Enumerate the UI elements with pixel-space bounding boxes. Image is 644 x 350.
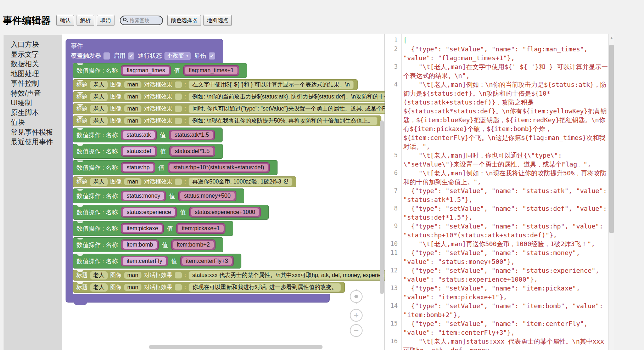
value-field[interactable]: status:def*1.5 (171, 147, 214, 155)
code-text[interactable]: {"type": "setValue", "name": "status:exp… (401, 266, 608, 284)
value-field[interactable]: status:experience+1000 (191, 208, 259, 216)
name-field[interactable]: status:experience (123, 208, 175, 216)
event-block-header[interactable]: 事件 覆盖触发器启用✓通行状态不改变▾显伤✓ (66, 39, 223, 63)
effect-field[interactable] (175, 284, 182, 290)
speaker-field[interactable]: 老人 (90, 81, 108, 89)
color-picker-button[interactable]: 颜色选择器 (167, 15, 201, 26)
setvalue-block[interactable]: 数值操作 : 名称item:pickaxe值item:pickaxe+1 (73, 221, 233, 236)
dialog-text-field[interactable]: 同时, 你也可以通过{"type": "setValue"}来设置一个勇士的属性… (189, 105, 385, 113)
dialog-text-field[interactable]: status:xxx 代表勇士的某个属性。\n其中xxx可取hp, atk, d… (189, 271, 385, 280)
code-text[interactable]: {"type": "setValue", "name": "status:atk… (401, 186, 608, 204)
sidebar-item-5[interactable]: 事件控制 (11, 79, 62, 89)
sidebar-item-8[interactable]: 原生脚本 (11, 108, 62, 118)
code-text[interactable]: {"type": "setValue", "name": "item:picka… (401, 284, 608, 301)
checkbox-unchecked[interactable] (103, 52, 110, 60)
canvas-vertical-scrollbar[interactable] (380, 120, 384, 294)
name-field[interactable]: item:pickaxe (123, 225, 162, 232)
name-field[interactable]: status:hp (123, 164, 153, 171)
code-text[interactable]: "\t[老人,man]例如：\n现在我将让你的攻防提升50%，再将攻防和的十倍加… (401, 169, 608, 186)
code-scrollbar-thumb[interactable] (609, 45, 614, 233)
image-field[interactable]: man (124, 284, 141, 291)
event-block[interactable]: 事件 覆盖触发器启用✓通行状态不改变▾显伤✓ 数值操作 : 名称flag:man… (66, 39, 385, 303)
sidebar-item-2[interactable]: 显示文字 (11, 50, 62, 60)
name-field[interactable]: item:bomb (123, 241, 157, 249)
dialog-block[interactable]: 标题老人图像man对话框效果:例如: \n现在我将让你的攻防提升50%, 再将攻… (73, 115, 381, 126)
image-field[interactable]: man (124, 105, 141, 112)
dialog-text-field[interactable]: 再送你500金币, 1000经验, 1破2炸3飞! (189, 177, 292, 186)
dialog-text-field[interactable]: 你现在可以重新和我进行对话, 进一步看到属性值的改变。 (189, 283, 341, 292)
setvalue-block[interactable]: 数值操作 : 名称status:experience值status:experi… (73, 205, 269, 220)
code-text[interactable]: {"type": "setValue", "name": "item:cente… (401, 319, 608, 337)
dialog-block[interactable]: 标题老人图像man对话框效果:在文字中使用${' ${ '}和 } 可以计算并显… (73, 79, 358, 90)
sidebar-item-11[interactable]: 最近使用事件 (11, 137, 62, 147)
speaker-field[interactable]: 老人 (90, 271, 108, 280)
dialog-block[interactable]: 标题老人图像man对话框效果:再送你500金币, 1000经验, 1破2炸3飞! (73, 176, 296, 187)
name-field[interactable]: item:centerFly (123, 257, 166, 265)
checkbox-checked[interactable]: ✓ (209, 52, 215, 60)
code-text[interactable]: {"type": "setValue", "name": "status:def… (401, 204, 608, 222)
zoom-in-button[interactable]: + (350, 309, 363, 322)
effect-field[interactable] (175, 106, 182, 112)
speaker-field[interactable]: 老人 (90, 117, 108, 125)
value-field[interactable]: item:bomb+2 (173, 241, 214, 249)
dialog-text-field[interactable]: 例如: \n现在我将让你的攻防提升50%, 再将攻防和的十倍加到生命值上。 (189, 117, 377, 125)
setvalue-block[interactable]: 数值操作 : 名称status:hp值status:hp+10*(status:… (73, 160, 278, 175)
effect-field[interactable] (175, 118, 182, 124)
image-field[interactable]: man (124, 178, 141, 185)
code-text[interactable]: {"type": "setValue", "name": "status:mon… (401, 248, 608, 266)
code-text[interactable]: "\t[老人,man]在文字中使用${' ${ '}和 } 可以计算并显示一个表… (401, 62, 608, 80)
dialog-block[interactable]: 标题老人图像man对话框效果:你现在可以重新和我进行对话, 进一步看到属性值的改… (73, 282, 345, 293)
name-field[interactable]: status:atk (123, 131, 155, 139)
dropdown-pass-state[interactable]: 不改变▾ (164, 52, 191, 60)
speaker-field[interactable]: 老人 (90, 93, 108, 101)
name-field[interactable]: flag:man_times (123, 67, 169, 74)
dialog-text-field[interactable]: 例如: \n你的当前攻击力是${status:atk}, 防御力是${statu… (189, 92, 385, 101)
image-field[interactable]: man (124, 272, 141, 279)
speaker-field[interactable]: 老人 (90, 105, 108, 113)
effect-field[interactable] (175, 81, 182, 88)
code-text[interactable]: "\t[老人,man]再送你500金币，1000经验，1破2炸3飞！", (401, 239, 608, 248)
setvalue-block[interactable]: 数值操作 : 名称flag:man_times值flag:man_times+1 (73, 63, 247, 78)
image-field[interactable]: man (124, 81, 141, 88)
code-text[interactable]: "\t[老人,man]status:xxx 代表勇士的某个属性。\n其中xxx可… (401, 337, 608, 350)
name-field[interactable]: status:money (123, 192, 164, 200)
sidebar-item-4[interactable]: 地图处理 (11, 69, 62, 79)
setvalue-block[interactable]: 数值操作 : 名称item:bomb值item:bomb+2 (73, 237, 223, 252)
value-field[interactable]: status:hp+10*(status:atk+status:def) (169, 164, 268, 171)
effect-field[interactable] (175, 179, 182, 185)
sidebar-item-3[interactable]: 数据相关 (11, 59, 62, 69)
image-field[interactable]: man (124, 93, 141, 100)
setvalue-block[interactable]: 数值操作 : 名称status:money值status:money+500 (73, 188, 244, 203)
setvalue-block[interactable]: 数值操作 : 名称status:atk值status:atk*1.5 (73, 128, 223, 142)
code-text[interactable]: "\t[老人,man]例如：\n你的当前攻击力是${status:atk}，防御… (401, 80, 608, 151)
code-text[interactable]: {"type": "setValue", "name": "item:bomb"… (401, 301, 608, 319)
value-field[interactable]: status:atk*1.5 (171, 131, 213, 139)
canvas-horizontal-scrollbar[interactable] (149, 345, 323, 349)
speaker-field[interactable]: 老人 (90, 178, 108, 186)
code-text[interactable]: {"type": "setValue", "name": "flag:man_t… (401, 45, 608, 62)
image-field[interactable]: man (124, 117, 141, 124)
value-field[interactable]: flag:man_times+1 (185, 67, 238, 74)
checkbox-checked[interactable]: ✓ (128, 52, 134, 60)
zoom-out-button[interactable]: − (350, 324, 363, 337)
sidebar-item-7[interactable]: UI绘制 (11, 98, 62, 108)
name-field[interactable]: status:def (123, 147, 155, 155)
setvalue-block[interactable]: 数值操作 : 名称status:def值status:def*1.5 (73, 144, 223, 159)
sidebar-item-1[interactable]: 入口方块 (11, 40, 62, 50)
code-text[interactable]: [ (401, 36, 608, 45)
confirm-button[interactable]: 确认 (56, 15, 74, 26)
dialog-text-field[interactable]: 在文字中使用${' ${ '}和 } 可以计算并显示一个表达式的结果。\n (189, 80, 354, 89)
recenter-target-icon[interactable] (350, 290, 363, 303)
scroll-up-arrow-icon[interactable]: ▲ (609, 36, 615, 40)
blockly-canvas[interactable]: 事件 覆盖触发器启用✓通行状态不改变▾显伤✓ 数值操作 : 名称flag:man… (62, 34, 385, 350)
sidebar-item-10[interactable]: 常见事件模板 (11, 128, 62, 137)
effect-field[interactable] (175, 94, 182, 100)
dialog-block[interactable]: 标题老人图像man对话框效果:同时, 你也可以通过{"type": "setVa… (73, 103, 385, 114)
map-point-button[interactable]: 地图选点 (203, 15, 232, 26)
effect-field[interactable] (175, 272, 182, 278)
value-field[interactable]: item:pickaxe+1 (178, 225, 224, 232)
speaker-field[interactable]: 老人 (90, 283, 108, 292)
sidebar-item-6[interactable]: 特效/声音 (11, 89, 62, 98)
value-field[interactable]: item:centerFly+3 (182, 257, 232, 265)
value-field[interactable]: status:money+500 (180, 192, 234, 200)
